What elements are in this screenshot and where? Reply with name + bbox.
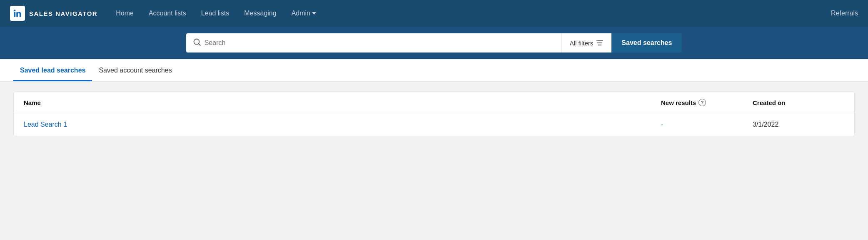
navbar: SALES NAVIGATOR Home Account lists Lead … (0, 0, 868, 27)
nav-lead-lists[interactable]: Lead lists (195, 6, 236, 20)
main-content: Name New results ? Created on Lead Searc… (0, 82, 868, 207)
all-filters-label: All filters (570, 40, 594, 47)
tab-saved-account-searches[interactable]: Saved account searches (92, 59, 178, 81)
cell-name: Lead Search 1 (24, 121, 661, 128)
column-name: Name (24, 99, 661, 106)
linkedin-logo-icon (10, 6, 25, 21)
svg-line-1 (199, 44, 200, 45)
results-table: Name New results ? Created on Lead Searc… (13, 92, 855, 136)
nav-home[interactable]: Home (109, 6, 140, 20)
search-area: All filters Saved searches (0, 27, 868, 59)
cell-new-results: - (661, 121, 753, 128)
column-created-on: Created on (753, 99, 844, 106)
new-results-info-icon[interactable]: ? (698, 99, 706, 106)
nav-account-lists[interactable]: Account lists (142, 6, 193, 20)
search-icon (193, 38, 201, 48)
nav-links: Home Account lists Lead lists Messaging … (109, 6, 828, 20)
filter-lines-icon (596, 40, 603, 45)
brand-logo[interactable]: SALES NAVIGATOR (10, 6, 97, 21)
saved-searches-button[interactable]: Saved searches (611, 33, 682, 52)
admin-chevron-down-icon (312, 12, 316, 15)
all-filters-button[interactable]: All filters (561, 33, 612, 52)
tabs-area: Saved lead searches Saved account search… (0, 59, 868, 82)
search-bar (186, 33, 561, 52)
column-new-results: New results ? (661, 99, 753, 106)
table-row: Lead Search 1 - 3/1/2022 (14, 113, 854, 136)
table-header: Name New results ? Created on (14, 92, 854, 113)
lead-search-link[interactable]: Lead Search 1 (24, 121, 67, 128)
nav-referrals[interactable]: Referrals (831, 10, 858, 17)
nav-admin[interactable]: Admin (285, 6, 323, 20)
nav-messaging[interactable]: Messaging (237, 6, 283, 20)
brand-name: SALES NAVIGATOR (29, 10, 97, 17)
tab-saved-lead-searches[interactable]: Saved lead searches (13, 59, 92, 81)
search-input[interactable] (205, 39, 554, 47)
cell-created-on: 3/1/2022 (753, 121, 844, 128)
